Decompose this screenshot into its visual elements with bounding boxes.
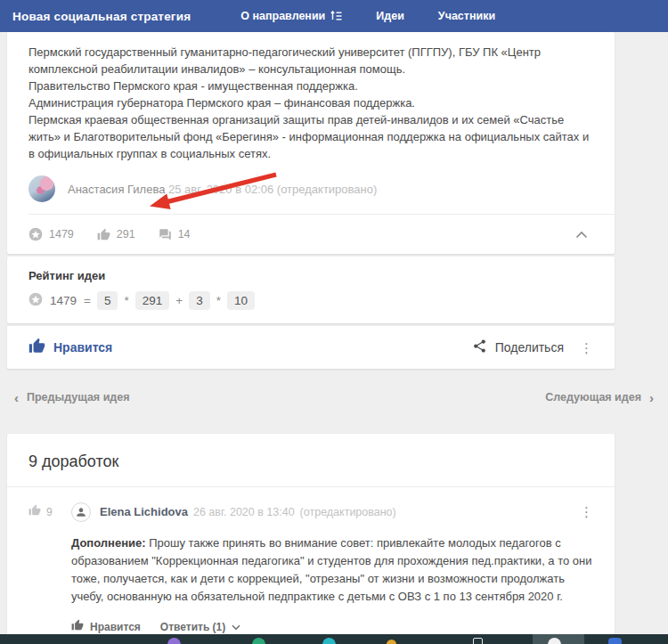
idea-paragraph: Правительство Пермского края - имуществе…	[29, 77, 593, 94]
formula-operator: +	[175, 294, 183, 307]
avatar[interactable]	[29, 175, 55, 202]
comment-like-button[interactable]: Нравится	[71, 619, 141, 634]
rating-card: Рейтинг идеи 1479 =5*291+3*10	[7, 257, 615, 323]
formula-value: 5	[97, 291, 118, 310]
chevron-left-icon: ‹	[14, 390, 19, 405]
likes-stat[interactable]: 291	[97, 228, 135, 241]
share-icon	[472, 338, 487, 356]
like-label: Нравится	[53, 340, 112, 355]
comment-body: Дополнение: Прошу также принять во внима…	[71, 534, 593, 606]
sort-list-icon	[330, 11, 342, 21]
green-app-icon[interactable]	[252, 638, 265, 644]
collapse-icon[interactable]	[575, 226, 588, 242]
nav-item-label: Идеи	[376, 10, 404, 22]
formula-operator: =	[84, 294, 91, 307]
nav-items: О направлении Идеи Участники	[240, 10, 495, 22]
idea-post-card: Пермский государственный гуманитарно-пед…	[7, 32, 615, 254]
rating-value: 1479	[50, 294, 77, 307]
thumb-up-icon	[29, 504, 41, 519]
top-nav: Новая социальная стратегия О направлении…	[0, 0, 668, 32]
nav-item-ideas[interactable]: Идеи	[376, 10, 404, 22]
formula-operator: *	[124, 294, 128, 307]
comment-text: Прошу также принять во внимание совет: п…	[71, 536, 592, 603]
comment-like-label: Нравится	[90, 621, 141, 633]
thumb-up-icon	[29, 338, 45, 357]
rating-count: 1479	[49, 228, 74, 240]
nav-item-label: Участники	[438, 10, 495, 22]
purple-app-icon[interactable]	[167, 638, 181, 644]
comment-header: 9 Elena Lichidova 26 авг. 2020 в 13:40 (…	[29, 501, 600, 522]
teal-app-icon[interactable]	[322, 638, 336, 644]
formula-value: 10	[227, 291, 255, 310]
post-stats-row: 1479 291 14	[29, 215, 593, 254]
avatar[interactable]	[71, 502, 91, 522]
kebab-menu-icon[interactable]: ⋮	[573, 338, 600, 358]
likes-count: 291	[117, 228, 135, 240]
nav-item-label: О направлении	[240, 10, 325, 22]
taskbar-dock[interactable]	[0, 634, 668, 644]
formula-value: 291	[135, 291, 170, 310]
formula-lead: 1479	[29, 292, 77, 309]
thumb-up-icon	[97, 228, 110, 241]
author-name[interactable]: Анастасия Гилева	[68, 183, 165, 196]
idea-text: Пермский государственный гуманитарно-пед…	[29, 44, 593, 162]
previous-idea-link[interactable]: ‹ Предыдущая идея	[14, 390, 130, 405]
idea-paragraph: Администрация губернатора Пермского края…	[29, 94, 593, 111]
idea-paragraph: Пермская краевая общественная организаци…	[29, 111, 593, 162]
star-icon	[29, 227, 43, 241]
comments-stat[interactable]: 14	[159, 228, 191, 241]
comment-label: Дополнение:	[71, 536, 146, 550]
edited-badge: (отредактировано)	[300, 506, 396, 518]
comment-likes: 9	[46, 506, 53, 518]
rating-title: Рейтинг идеи	[29, 269, 593, 282]
reply-label: Ответить (1)	[160, 621, 225, 633]
comment-item: 9 Elena Lichidova 26 авг. 2020 в 13:40 (…	[7, 487, 615, 644]
next-idea-link[interactable]: Следующая идея ›	[545, 390, 654, 405]
rating-formula: =5*291+3*10	[82, 294, 259, 307]
comments-card: 9 доработок 9 Elena Lichidova 26 авг. 20…	[7, 434, 615, 644]
thumb-up-icon	[71, 619, 84, 634]
rating-formula-row: 1479 =5*291+3*10	[29, 292, 593, 309]
rating-stat: 1479	[29, 227, 74, 241]
share-button[interactable]: Поделиться	[472, 338, 564, 356]
comments-title: 9 доработок	[7, 452, 615, 471]
formula-operator: *	[216, 294, 221, 307]
post-date: 25 авг. 2020 в 02:06	[168, 183, 273, 196]
like-share-card: Нравится Поделиться ⋮	[7, 326, 615, 369]
yellow-app-icon[interactable]	[387, 640, 396, 644]
idea-page: Новая социальная стратегия О направлении…	[0, 0, 668, 644]
author-meta: Анастасия Гилева 25 авг. 2020 в 02:06 (о…	[68, 183, 377, 196]
comment-reply-button[interactable]: Ответить (1)	[160, 621, 240, 633]
author-row: Анастасия Гилева 25 авг. 2020 в 02:06 (о…	[29, 175, 593, 202]
share-label: Поделиться	[495, 340, 564, 355]
comment-author[interactable]: Elena Lichidova	[100, 505, 188, 518]
star-icon	[29, 292, 43, 309]
comment-like-count[interactable]: 9	[29, 504, 71, 519]
formula-value: 3	[189, 291, 210, 310]
next-idea-label: Следующая идея	[545, 391, 641, 404]
comments-icon	[159, 228, 172, 241]
brand-title[interactable]: Новая социальная стратегия	[12, 10, 191, 23]
like-button[interactable]: Нравится	[29, 338, 112, 357]
edited-badge: (отредактировано)	[277, 183, 377, 196]
kebab-menu-icon[interactable]: ⋮	[573, 501, 600, 522]
window-app-icon[interactable]	[473, 638, 483, 644]
blue-app-icon[interactable]	[608, 638, 622, 644]
idea-paragraph: Пермский государственный гуманитарно-пед…	[29, 44, 593, 77]
nav-item-about[interactable]: О направлении	[240, 10, 342, 22]
chevron-right-icon: ›	[649, 390, 654, 405]
comment-date: 26 авг. 2020 в 13:40	[193, 506, 295, 518]
previous-idea-label: Предыдущая идея	[27, 391, 130, 404]
nav-item-participants[interactable]: Участники	[438, 10, 495, 22]
comments-count: 14	[178, 228, 191, 240]
chevron-down-icon	[232, 621, 240, 633]
idea-pagination: ‹ Предыдущая идея Следующая идея ›	[7, 369, 661, 426]
